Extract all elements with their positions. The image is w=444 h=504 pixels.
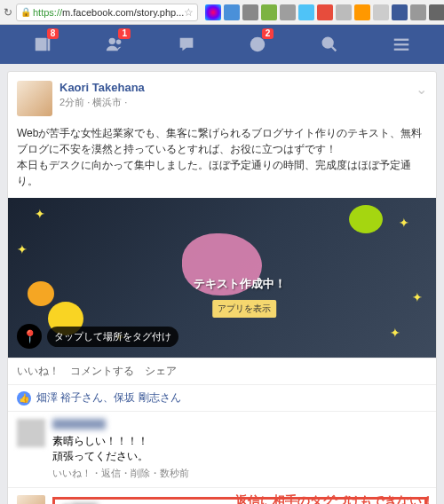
- svg-rect-8: [393, 43, 408, 45]
- likes-summary[interactable]: 👍 畑澤 裕子さん、保坂 剛志さん: [8, 384, 436, 411]
- badge-count: 8: [47, 28, 59, 39]
- comment-text: 素晴らしい！！！！ 頑張ってください。: [52, 434, 427, 464]
- svg-rect-9: [393, 49, 408, 51]
- image-overlay-text: テキスト作成中！: [194, 276, 286, 292]
- ext-icon[interactable]: [429, 4, 444, 20]
- character-illustration: [349, 205, 383, 233]
- svg-rect-7: [393, 39, 408, 41]
- svg-point-3: [116, 40, 122, 45]
- ext-icon[interactable]: [224, 4, 240, 20]
- tag-location-button[interactable]: 📍 タップして場所をタグ付け: [17, 324, 178, 349]
- svg-rect-0: [36, 38, 47, 51]
- badge-count: 1: [118, 28, 131, 39]
- ext-icon[interactable]: [317, 4, 333, 20]
- post-menu-chevron-icon[interactable]: ⌄: [416, 81, 427, 98]
- post-body-text: Webが苦手な女性起業家でも、集客に繋げられるブログサイト作りのテキスト、無料ブ…: [8, 125, 436, 198]
- commenter-name[interactable]: [52, 419, 106, 429]
- extension-icons: [205, 4, 444, 20]
- ext-icon[interactable]: [280, 4, 296, 20]
- nav-news-feed[interactable]: 8: [25, 25, 60, 64]
- character-illustration: [28, 281, 54, 306]
- post-card: Kaori Takehana 2分前 · 横浜市 · ⌄ Webが苦手な女性起業…: [7, 71, 437, 504]
- post-image[interactable]: ✦ ✦ ✦ ✦ ✦ ✦ テキスト作成中！ アプリを表示 📍 タップして場所をタグ…: [8, 198, 436, 358]
- badge-count: 2: [262, 28, 274, 39]
- nav-search[interactable]: [312, 25, 347, 64]
- nav-messages[interactable]: [169, 25, 204, 64]
- bookmark-star-icon[interactable]: ☆: [184, 6, 194, 19]
- post-action-bar: いいね！ コメントする シェア: [8, 358, 436, 384]
- ext-icon[interactable]: [354, 4, 370, 20]
- ext-icon[interactable]: [392, 4, 408, 20]
- ext-icon[interactable]: [373, 4, 389, 20]
- ext-icon[interactable]: [261, 4, 277, 20]
- facebook-nav-bar: 8 1 2: [0, 25, 444, 64]
- share-button[interactable]: シェア: [145, 364, 177, 379]
- comment-button[interactable]: コメントする: [70, 364, 134, 379]
- nav-notifications[interactable]: 2: [240, 25, 275, 64]
- commenter-avatar[interactable]: [17, 419, 45, 447]
- browser-address-bar: ↻ 🔒 https://m.facebook.com/story.php... …: [0, 0, 444, 25]
- svg-point-4: [250, 37, 266, 52]
- post-header: Kaori Takehana 2分前 · 横浜市 · ⌄: [8, 72, 436, 125]
- my-avatar: [17, 495, 45, 504]
- location-pin-icon: 📍: [17, 324, 42, 349]
- post-timestamp: 2分前 · 横浜市 ·: [59, 96, 416, 109]
- author-name[interactable]: Kaori Takehana: [59, 81, 416, 94]
- ext-icon[interactable]: [205, 4, 221, 20]
- nav-menu[interactable]: [384, 25, 419, 64]
- author-avatar[interactable]: [17, 81, 52, 116]
- svg-rect-1: [48, 38, 51, 51]
- ext-icon[interactable]: [410, 4, 426, 20]
- like-icon: 👍: [17, 391, 31, 406]
- svg-point-2: [109, 38, 115, 44]
- svg-point-5: [323, 38, 333, 48]
- url-input[interactable]: 🔒 https://m.facebook.com/story.php... ☆: [16, 4, 198, 21]
- comment-actions[interactable]: いいね！・返信・削除・数秒前: [52, 467, 427, 480]
- like-button[interactable]: いいね！: [17, 364, 59, 379]
- nav-friends[interactable]: 1: [97, 25, 132, 64]
- ext-icon[interactable]: [242, 4, 258, 20]
- show-app-button[interactable]: アプリを表示: [212, 300, 276, 318]
- svg-line-6: [332, 47, 337, 51]
- reply-composer: @| 返信に相手のタグづけもできない！: [8, 487, 436, 504]
- ext-icon[interactable]: [336, 4, 352, 20]
- comment-item: 素晴らしい！！！！ 頑張ってください。 いいね！・返信・削除・数秒前: [8, 411, 436, 487]
- lock-icon: 🔒: [20, 7, 31, 17]
- reload-icon[interactable]: ↻: [4, 5, 12, 20]
- reply-input[interactable]: @|: [52, 497, 427, 504]
- ext-icon[interactable]: [298, 4, 314, 20]
